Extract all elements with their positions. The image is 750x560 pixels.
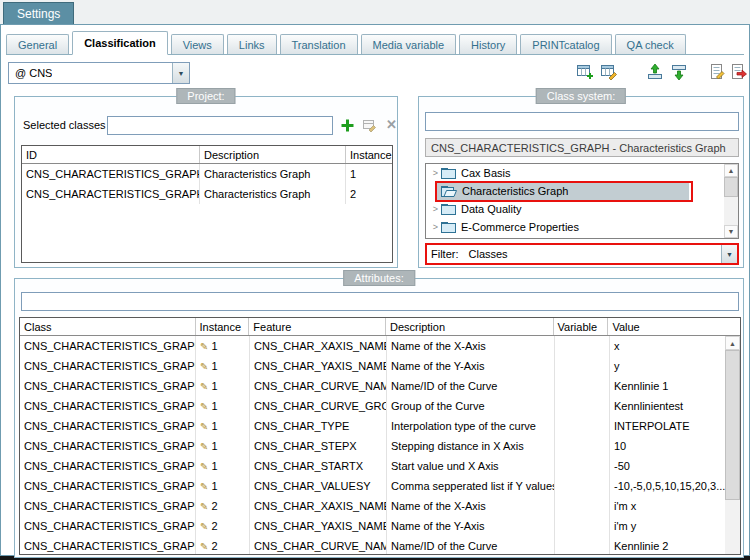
table-row[interactable]: CNS_CHARACTERISTICS_GRAPH ✎1 CNS_CHAR_CU… <box>20 396 740 416</box>
column-header-variable[interactable]: Variable <box>554 318 609 335</box>
tree-item-e-commerce-properties[interactable]: > E-Commerce Properties <box>426 218 738 236</box>
remove-class-button[interactable]: ✕ <box>383 116 400 133</box>
edit-table-icon[interactable] <box>600 63 618 81</box>
selected-classes-input[interactable] <box>107 116 333 135</box>
tab-general[interactable]: General <box>6 34 69 54</box>
tab-classification[interactable]: Classification <box>72 31 168 55</box>
cell-value: 10 <box>610 436 727 456</box>
cell-feature: CNS_CHAR_TYPE <box>250 416 387 436</box>
window-tab-settings[interactable]: Settings <box>3 2 74 24</box>
attributes-table: Class Instance Feature Description Varia… <box>19 317 741 555</box>
class-search-input[interactable] <box>425 112 739 131</box>
column-header-id[interactable]: ID <box>22 146 200 163</box>
column-header-instance[interactable]: Instance <box>196 318 250 335</box>
table-row[interactable]: CNS_CHARACTERISTICS_GRAPH ✎1 CNS_CHAR_TY… <box>20 416 740 436</box>
cell-instance: ✎2 <box>196 516 250 536</box>
table-row[interactable]: CNS_CHARACTERISTICS_GRAPH ✎1 CNS_CHAR_YA… <box>20 356 740 376</box>
cell-description: Characteristics Graph <box>200 184 346 204</box>
cell-description: Interpolation type of the curve <box>387 416 555 436</box>
table-row[interactable]: CNS_CHARACTERISTICS_GRAPH Characteristic… <box>22 184 392 204</box>
project-group-title: Project: <box>176 88 235 104</box>
cell-class: CNS_CHARACTERISTICS_GRAPH <box>20 536 196 555</box>
tree-item-data-quality[interactable]: > Data Quality <box>426 200 738 218</box>
pencil-icon: ✎ <box>200 441 208 452</box>
cell-id: CNS_CHARACTERISTICS_GRAPH <box>22 184 200 204</box>
tab-printcatalog[interactable]: PRINTcatalog <box>520 34 611 54</box>
scrollbar-thumb[interactable] <box>724 177 738 197</box>
tab-views[interactable]: Views <box>171 34 224 54</box>
cell-instance: ✎2 <box>196 536 250 555</box>
table-row[interactable]: CNS_CHARACTERISTICS_GRAPH ✎2 CNS_CHAR_CU… <box>20 536 740 555</box>
edit-list-icon[interactable] <box>708 63 726 81</box>
folder-icon <box>441 203 456 215</box>
folder-icon <box>441 221 456 233</box>
cell-feature: CNS_CHAR_YAXIS_NAME <box>250 356 387 376</box>
cell-instance: ✎1 <box>196 356 250 376</box>
scroll-up-icon[interactable]: ▲ <box>724 164 738 177</box>
add-class-button[interactable] <box>339 117 356 134</box>
tree-scrollbar[interactable]: ▲ ▼ <box>724 164 738 238</box>
cell-instance: ✎1 <box>196 336 250 356</box>
cell-instance: ✎1 <box>196 476 250 496</box>
chevron-right-icon[interactable]: > <box>430 168 441 178</box>
attributes-scrollbar[interactable]: ▲ <box>725 336 740 554</box>
column-header-value[interactable]: Value <box>608 318 725 335</box>
column-header-description[interactable]: Description <box>200 146 346 163</box>
cell-instance: ✎1 <box>196 456 250 476</box>
check-in-icon[interactable] <box>646 63 664 81</box>
pencil-icon: ✎ <box>200 461 208 472</box>
column-header-feature[interactable]: Feature <box>249 318 386 335</box>
scroll-up-icon[interactable]: ▲ <box>725 336 740 350</box>
tab-links[interactable]: Links <box>227 34 277 54</box>
column-header-class[interactable]: Class <box>20 318 196 335</box>
filter-label: Filter: <box>427 248 465 260</box>
table-row[interactable]: CNS_CHARACTERISTICS_GRAPH ✎1 CNS_CHAR_ST… <box>20 436 740 456</box>
cell-instance: ✎1 <box>196 416 250 436</box>
export-icon[interactable] <box>730 63 748 81</box>
cell-variable <box>555 436 610 456</box>
table-row[interactable]: CNS_CHARACTERISTICS_GRAPH ✎1 CNS_CHAR_XA… <box>20 336 740 356</box>
tab-translation[interactable]: Translation <box>280 34 358 54</box>
table-header: ID Description Instance <box>22 146 392 164</box>
table-row[interactable]: CNS_CHARACTERISTICS_GRAPH ✎2 CNS_CHAR_XA… <box>20 496 740 516</box>
pencil-icon: ✎ <box>200 361 208 372</box>
class-context-combobox[interactable]: @ CNS ▼ <box>8 62 190 84</box>
chevron-right-icon[interactable]: > <box>430 204 441 214</box>
table-row[interactable]: CNS_CHARACTERISTICS_GRAPH Characteristic… <box>22 164 392 184</box>
table-row[interactable]: CNS_CHARACTERISTICS_GRAPH ✎2 CNS_CHAR_YA… <box>20 516 740 536</box>
tree-item-cax-basis[interactable]: > Cax Basis <box>426 164 738 182</box>
add-table-icon[interactable] <box>576 63 594 81</box>
filter-combobox[interactable]: Classes ▼ <box>465 245 738 263</box>
scroll-down-icon[interactable]: ▼ <box>724 225 738 238</box>
column-header-instance[interactable]: Instance <box>346 146 392 163</box>
table-row[interactable]: CNS_CHARACTERISTICS_GRAPH ✎1 CNS_CHAR_CU… <box>20 376 740 396</box>
cell-instance: ✎1 <box>196 436 250 456</box>
table-row[interactable]: CNS_CHARACTERISTICS_GRAPH ✎1 CNS_CHAR_ST… <box>20 456 740 476</box>
cell-class: CNS_CHARACTERISTICS_GRAPH <box>20 456 196 476</box>
chevron-right-icon[interactable]: > <box>430 222 441 232</box>
edit-class-button[interactable] <box>361 117 378 134</box>
selected-classes-table: ID Description Instance CNS_CHARACTERIST… <box>21 145 393 263</box>
tab-qa-check[interactable]: QA check <box>615 34 686 54</box>
cell-value: Kennlinie 2 <box>610 536 727 555</box>
cell-feature: CNS_CHAR_XAXIS_NAME <box>250 496 387 516</box>
settings-window: Settings General Classification Views Li… <box>0 0 750 560</box>
check-out-icon[interactable] <box>670 63 688 81</box>
table-row[interactable]: CNS_CHARACTERISTICS_GRAPH ✎1 CNS_CHAR_VA… <box>20 476 740 496</box>
column-header-description[interactable]: Description <box>386 318 554 335</box>
chevron-down-icon[interactable]: ▼ <box>721 245 737 263</box>
cell-description: Group of the Curve <box>387 396 555 416</box>
cell-description: Name of the Y-Axis <box>387 516 555 536</box>
attributes-search-input[interactable] <box>21 292 739 311</box>
cell-feature: CNS_CHAR_STEPX <box>250 436 387 456</box>
cell-feature: CNS_CHAR_STARTX <box>250 456 387 476</box>
cell-description: Name of the X-Axis <box>387 336 555 356</box>
chevron-down-icon[interactable]: ▼ <box>172 63 189 83</box>
tab-history[interactable]: History <box>459 34 517 54</box>
tree-item-characteristics-graph[interactable]: Characteristics Graph <box>426 182 738 200</box>
tab-media-variable[interactable]: Media variable <box>361 34 457 54</box>
cell-value: INTERPOLATE <box>610 416 727 436</box>
cell-feature: CNS_CHAR_CURVE_NAME <box>250 536 387 555</box>
scrollbar-thumb[interactable] <box>725 350 740 500</box>
cell-feature: CNS_CHAR_VALUESY <box>250 476 387 496</box>
